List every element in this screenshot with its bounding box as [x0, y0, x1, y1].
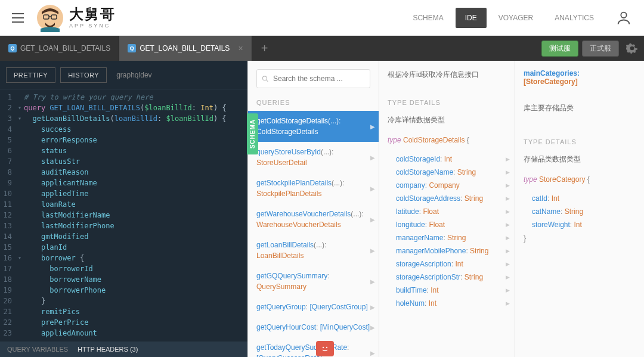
schema-toggle[interactable]: SCHEMA	[247, 113, 258, 154]
code-line[interactable]: 5 errorResponse	[0, 135, 247, 145]
chevron-right-icon: ▶	[506, 169, 510, 175]
code-line[interactable]: 22 prePerPrice	[0, 317, 247, 328]
user-icon[interactable]	[615, 10, 632, 26]
code-line[interactable]: 18 borrowerName	[0, 274, 247, 285]
queries-column: QUERIES getColdStorageDetails(...): Cold…	[247, 61, 379, 357]
type-field[interactable]: storageAscription: Int▶	[379, 257, 515, 271]
query-item[interactable]: getColdStorageDetails(...): ColdStorageD…	[248, 111, 379, 142]
code-line[interactable]: 21 remitPics	[0, 306, 247, 317]
type-field[interactable]: coldStorageName: String▶	[379, 166, 515, 179]
code-line[interactable]: 4 success	[0, 124, 247, 135]
field-signature: mainCategories: [StoreCategory]	[515, 61, 644, 94]
code-line[interactable]: 13 lastModifierPhone	[0, 221, 247, 231]
chevron-right-icon: ▶	[506, 209, 510, 215]
type-field[interactable]: coldStorageAddress: String▶	[379, 192, 515, 205]
query-tab-icon: Q	[128, 44, 136, 52]
code-line[interactable]: 23 appliedAmount	[0, 328, 247, 339]
editor-footer: QUERY VARIABLES HTTP HEADERS (3)	[0, 342, 247, 357]
http-headers-tab[interactable]: HTTP HEADERS (3)	[78, 346, 138, 353]
nav-voyager[interactable]: VOYAGER	[489, 8, 543, 28]
chevron-right-icon: ▶	[370, 323, 375, 332]
chevron-right-icon: ▶	[506, 222, 510, 228]
chevron-right-icon: ▶	[506, 287, 510, 293]
svg-point-8	[326, 347, 327, 348]
type-field[interactable]: longitude: Float▶	[379, 218, 515, 231]
chevron-right-icon: ▶	[506, 248, 510, 254]
type-field[interactable]: storageAscriptionStr: String▶	[379, 271, 515, 284]
editor-toolbar: PRETTIFY HISTORY graphqldev	[0, 61, 247, 89]
chat-icon[interactable]	[316, 341, 334, 356]
close-icon[interactable]: ×	[238, 44, 243, 53]
chevron-right-icon: ▶	[370, 277, 375, 286]
code-line[interactable]: 20 }	[0, 296, 247, 306]
search-input[interactable]	[271, 72, 365, 85]
code-line[interactable]: 1# Try to write your query here	[0, 92, 247, 103]
type-field[interactable]: catName: String	[515, 205, 644, 218]
type-field[interactable]: holeNum: Int▶	[379, 297, 515, 310]
code-editor[interactable]: 1# Try to write your query here2▾query G…	[0, 89, 247, 342]
code-line[interactable]: 11 loanRate	[0, 199, 247, 210]
query-variables-tab[interactable]: QUERY VARIABLES	[7, 346, 68, 353]
chevron-right-icon: ▶	[506, 195, 510, 201]
query-item[interactable]: getQueryGroup: [QueryCostGroup]▶	[248, 297, 379, 317]
chevron-right-icon: ▶	[506, 274, 510, 280]
type-desc: 冷库详情数据类型	[379, 111, 515, 128]
history-button[interactable]: HISTORY	[60, 67, 107, 83]
queries-label: QUERIES	[248, 94, 379, 111]
chevron-right-icon: ▶	[370, 184, 375, 193]
code-line[interactable]: 6 status	[0, 145, 247, 156]
code-line[interactable]: 9 applicantName	[0, 178, 247, 188]
nested-type-desc: 存储品类数据类型	[515, 150, 644, 167]
query-description: 根据冷库id获取冷库信息接口	[379, 61, 515, 82]
query-item[interactable]: getGQQuerySummary: QuerySummary▶	[248, 266, 379, 297]
query-item[interactable]: getTodayQuerySuccessRate: [QuerySuccessR…	[248, 337, 379, 357]
code-line[interactable]: 3▾ getLoanBillDetails(loanBillId: $loanB…	[0, 113, 247, 124]
type-field[interactable]: latitude: Float▶	[379, 205, 515, 218]
code-line[interactable]: 19 borrowerPhone	[0, 285, 247, 296]
schema-search[interactable]	[256, 69, 370, 88]
code-line[interactable]: 14 gmtModified	[0, 231, 247, 242]
code-line[interactable]: 16▾ borrower {	[0, 253, 247, 263]
query-item[interactable]: queryStoreUserById(...): StoreUserDetail…	[248, 142, 379, 173]
query-item[interactable]: getLoanBillDetails(...): LoanBillDetails…	[248, 235, 379, 266]
menu-icon[interactable]	[12, 13, 24, 23]
type-field[interactable]: managerMobilePhone: String▶	[379, 244, 515, 257]
nav-schema[interactable]: SCHEMA	[403, 8, 453, 28]
code-line[interactable]: 15 planId	[0, 242, 247, 253]
code-line[interactable]: 8 auditReason	[0, 167, 247, 178]
new-tab-button[interactable]: +	[252, 36, 277, 61]
env-prod-button[interactable]: 正式服	[582, 41, 619, 57]
query-tab[interactable]: QGET_LOAN_BILL_DETAILS	[0, 36, 119, 61]
code-line[interactable]: 7 statusStr	[0, 156, 247, 167]
endpoint-label: graphqldev	[116, 71, 151, 79]
env-test-button[interactable]: 测试服	[541, 41, 578, 57]
type-field[interactable]: storeWeight: Int	[515, 218, 644, 231]
code-line[interactable]: 17 borrowerId	[0, 263, 247, 274]
query-item[interactable]: getWarehouseVoucherDetails(...): Warehou…	[248, 204, 379, 235]
query-tab[interactable]: QGET_LOAN_BILL_DETAILS×	[119, 36, 252, 61]
field-description: 库主要存储品类	[515, 94, 644, 116]
type-field[interactable]: coldStorageId: Int▶	[379, 153, 515, 166]
close-brace: }	[515, 231, 644, 245]
main-area: PRETTIFY HISTORY graphqldev 1# Try to wr…	[0, 61, 644, 357]
chevron-right-icon: ▶	[370, 349, 375, 358]
code-line[interactable]: 12 lastModifierName	[0, 210, 247, 221]
type-field[interactable]: company: Company▶	[379, 179, 515, 192]
app-header: 大舅哥 APP SYNC SCHEMAIDEVOYAGERANALYTICS	[0, 0, 644, 36]
svg-line-6	[267, 80, 268, 82]
top-nav: SCHEMAIDEVOYAGERANALYTICS	[403, 8, 603, 28]
logo[interactable]: 大舅哥 APP SYNC	[36, 4, 116, 32]
tab-label: GET_LOAN_BILL_DETAILS	[140, 44, 230, 52]
nav-analytics[interactable]: ANALYTICS	[545, 8, 603, 28]
type-field[interactable]: managerName: String▶	[379, 231, 515, 244]
query-item[interactable]: getStockpilePlanDetails(...): StockpileP…	[248, 173, 379, 204]
gear-icon[interactable]	[626, 42, 638, 54]
code-line[interactable]: 2▾query GET_LOAN_BILL_DETAILS($loanBillI…	[0, 103, 247, 113]
prettify-button[interactable]: PRETTIFY	[6, 67, 55, 83]
query-item[interactable]: getQueryHourCost: [MinQueryCost]▶	[248, 317, 379, 337]
nav-ide[interactable]: IDE	[456, 8, 487, 28]
type-field[interactable]: buildTime: Int▶	[379, 284, 515, 297]
type-field[interactable]: catId: Int	[515, 192, 644, 205]
chevron-right-icon: ▶	[506, 261, 510, 267]
code-line[interactable]: 10 appliedTime	[0, 188, 247, 199]
